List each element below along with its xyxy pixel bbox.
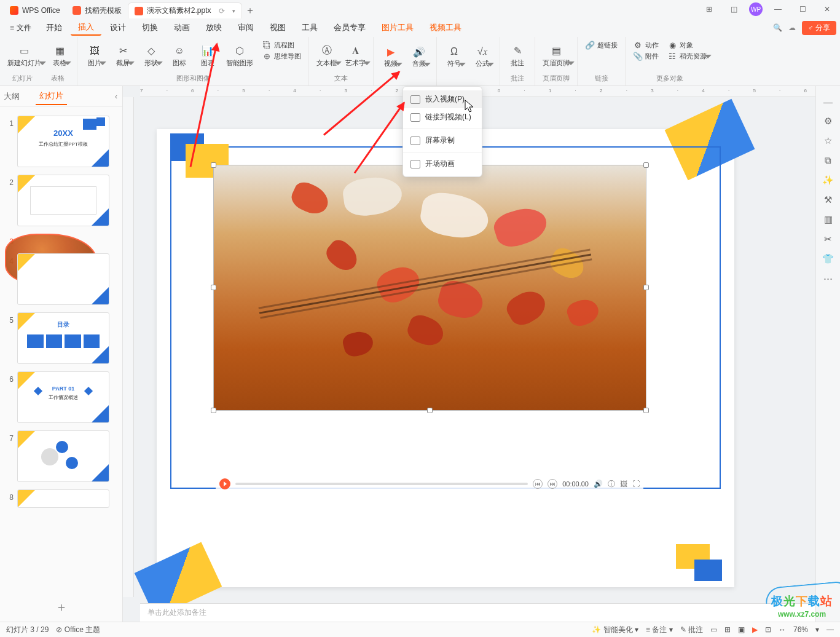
zoom-value[interactable]: 76% — [793, 625, 808, 634]
slide-thumb-6[interactable]: PART 01工作情况概述 — [17, 371, 109, 423]
tab-picture-tools[interactable]: 图片工具 — [374, 20, 421, 35]
search-icon[interactable]: 🔍 — [773, 23, 782, 32]
tab-transition[interactable]: 切换 — [135, 20, 165, 35]
app-tab-templates[interactable]: 找稻壳模板 — [66, 2, 128, 18]
apps-icon[interactable]: ⊞ — [700, 2, 718, 16]
thumbnail-list[interactable]: 120XX工作总结汇报PPT模板 2 3 4 5目录 6PART 01工作情况概… — [0, 107, 122, 593]
menu-link-video[interactable]: 链接到视频(L) — [403, 108, 482, 126]
minimize-button[interactable]: — — [769, 2, 787, 16]
object-button[interactable]: ◉对象 — [665, 39, 709, 50]
chevron-down-icon[interactable]: ▾ — [232, 8, 235, 14]
menu-opening-animation[interactable]: 开场动画 — [403, 155, 482, 173]
shirt-icon[interactable]: 👕 — [822, 252, 835, 266]
volume-icon[interactable]: 🔊 — [594, 480, 603, 488]
table-button[interactable]: ▦表格 — [47, 39, 72, 73]
fullscreen-icon[interactable]: ⛶ — [632, 480, 640, 488]
icon-button[interactable]: ☺图标 — [167, 39, 192, 73]
slide-thumb-4[interactable] — [17, 253, 109, 305]
layers-icon[interactable]: ⧉ — [822, 154, 835, 167]
resources-button[interactable]: ☷稻壳资源 — [665, 50, 709, 61]
textbox-button[interactable]: Ⓐ文本框 — [314, 39, 339, 73]
mindmap-button[interactable]: ⊕思维导图 — [259, 50, 304, 61]
resize-handle[interactable] — [211, 162, 216, 168]
info-icon[interactable]: ⓘ — [608, 479, 615, 489]
picture-icon[interactable]: 🖼 — [620, 480, 627, 488]
symbol-button[interactable]: Ω符号 — [442, 39, 466, 74]
video-button[interactable]: ▶视频 — [379, 39, 403, 74]
screenshot-button[interactable]: ✂截屏 — [111, 39, 135, 73]
slide[interactable]: ⏮ ⏭ 00:00.00 🔊 ⓘ 🖼 ⛶ — [157, 129, 734, 587]
share-button[interactable]: ♂ 分享 — [802, 21, 836, 35]
chart-button[interactable]: 📊图表 — [195, 39, 220, 73]
cube-icon[interactable]: ◫ — [724, 2, 743, 16]
maximize-button[interactable]: ☐ — [793, 2, 812, 16]
tab-outline[interactable]: 大纲 — [0, 89, 23, 105]
add-slide-button[interactable]: ＋ — [0, 593, 122, 622]
video-object[interactable] — [213, 165, 646, 411]
action-button[interactable]: ⚙动作 — [630, 39, 661, 50]
skip-fwd-icon[interactable]: ⏭ — [548, 479, 557, 489]
more-icon[interactable]: ⋯ — [822, 272, 835, 285]
skip-back-icon[interactable]: ⏮ — [533, 479, 543, 489]
tab-member[interactable]: 会员专享 — [326, 20, 373, 35]
menu-embed-video[interactable]: 嵌入视频(P) — [403, 90, 482, 108]
resize-handle[interactable] — [643, 285, 649, 290]
settings-icon[interactable]: ⚙ — [822, 114, 835, 128]
tab-animation[interactable]: 动画 — [167, 20, 197, 35]
slide-thumb-8[interactable] — [17, 489, 109, 508]
new-slide-button[interactable]: ▭新建幻灯片 — [5, 39, 44, 73]
new-tab-button[interactable]: ＋ — [242, 2, 258, 18]
tab-show[interactable]: 放映 — [198, 20, 229, 35]
tab-view[interactable]: 视图 — [262, 20, 293, 35]
comment-button[interactable]: ✎批注 — [505, 39, 530, 73]
flowchart-button[interactable]: ⿻流程图 — [259, 39, 304, 50]
picture-button[interactable]: 🖼图片 — [82, 39, 107, 73]
collapse-icon[interactable]: ‹ — [115, 92, 117, 101]
play-button[interactable] — [219, 478, 230, 489]
comments-toggle[interactable]: ✎ 批注 — [680, 625, 703, 635]
view-reading-icon[interactable]: ▣ — [738, 625, 745, 634]
resize-handle[interactable] — [643, 162, 649, 168]
resize-handle[interactable] — [211, 285, 216, 290]
attachment-button[interactable]: 📎附件 — [630, 50, 661, 61]
tab-start[interactable]: 开始 — [39, 20, 69, 35]
resize-handle[interactable] — [427, 408, 433, 413]
menu-screen-record[interactable]: 屏幕录制 — [403, 132, 482, 149]
formula-button[interactable]: √𝑥公式 — [470, 39, 495, 74]
header-footer-button[interactable]: ▤页眉页脚 — [540, 39, 572, 73]
tab-thumbnails[interactable]: 幻灯片 — [36, 88, 67, 105]
page-indicator[interactable]: 幻灯片 3 / 29 — [6, 625, 49, 635]
smartart-button[interactable]: ⬡智能图形 — [224, 39, 256, 73]
shape-button[interactable]: ◇形状 — [139, 39, 163, 73]
hyperlink-button[interactable]: 🔗超链接 — [583, 39, 620, 50]
beautify-button[interactable]: ✨ 智能美化 ▾ — [592, 625, 638, 635]
tab-insert[interactable]: 插入 — [71, 20, 101, 36]
minimize-rail-icon[interactable]: — — [822, 95, 835, 108]
slide-thumb-7[interactable] — [17, 430, 109, 482]
view-normal-icon[interactable]: ▭ — [710, 625, 717, 634]
view-present-icon[interactable]: ⊡ — [765, 625, 771, 634]
video-track[interactable] — [235, 483, 528, 485]
notes-pane[interactable]: 单击此处添加备注 — [140, 603, 815, 622]
file-menu[interactable]: ≡文件 — [4, 23, 37, 33]
view-slideshow-icon[interactable]: ▶ — [752, 625, 758, 634]
audio-button[interactable]: 🔊音频 — [407, 39, 431, 74]
tab-design[interactable]: 设计 — [103, 20, 133, 35]
view-sorter-icon[interactable]: ⊞ — [724, 625, 731, 634]
star-icon[interactable]: ☆ — [822, 134, 835, 148]
clip-icon[interactable]: ✂ — [822, 232, 835, 246]
slide-thumb-2[interactable] — [17, 175, 109, 226]
zoom-out-icon[interactable]: — — [826, 625, 834, 634]
zoom-chevron[interactable]: ▾ — [815, 625, 819, 634]
resize-handle[interactable] — [211, 408, 216, 413]
notes-toggle[interactable]: ≡ 备注 ▾ — [646, 625, 673, 635]
theme-indicator[interactable]: ⊘ Office 主题 — [56, 625, 100, 635]
tab-tools[interactable]: 工具 — [294, 20, 325, 35]
slide-thumb-5[interactable]: 目录 — [17, 312, 109, 364]
app-tab-document[interactable]: 演示文稿素材2.pptx⟳▾ — [128, 2, 242, 18]
page-icon[interactable]: ▥ — [822, 213, 835, 226]
slide-thumb-1[interactable]: 20XX工作总结汇报PPT模板 — [17, 116, 109, 167]
magic-icon[interactable]: ✨ — [822, 173, 835, 187]
resize-handle[interactable] — [643, 408, 649, 413]
avatar[interactable]: WP — [749, 2, 763, 16]
